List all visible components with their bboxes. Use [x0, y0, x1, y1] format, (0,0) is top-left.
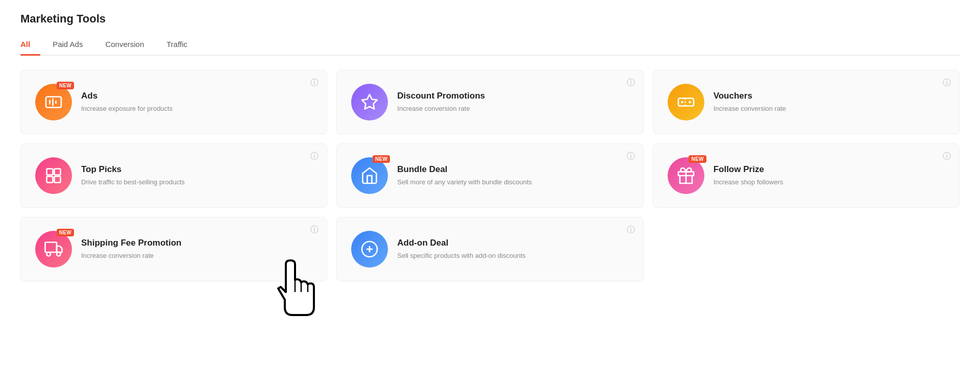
- follow-prize-new-badge: NEW: [689, 155, 706, 163]
- shipping-info-icon[interactable]: ⓘ: [310, 225, 318, 235]
- voucher-icon-wrap: [668, 84, 704, 120]
- discount-icon: [351, 84, 388, 120]
- voucher-desc: Increase conversion rate: [714, 104, 945, 114]
- svg-rect-0: [46, 97, 61, 108]
- discount-desc: Increase conversion rate: [397, 104, 628, 114]
- shipping-desc: Increase conversion rate: [81, 251, 312, 261]
- tab-all[interactable]: All: [20, 35, 40, 55]
- follow-prize-desc: Increase shop followers: [714, 177, 945, 187]
- ads-title: Ads: [81, 91, 312, 101]
- shipping-new-badge: NEW: [57, 229, 74, 236]
- shipping-text: Shipping Fee Promotion Increase conversi…: [81, 238, 312, 261]
- bundle-desc: Sell more of any variety with bundle dis…: [397, 177, 628, 187]
- shipping-title: Shipping Fee Promotion: [81, 238, 312, 248]
- card-discount-promotions[interactable]: Discount Promotions Increase conversion …: [336, 70, 643, 134]
- svg-rect-11: [55, 177, 61, 183]
- discount-title: Discount Promotions: [397, 91, 628, 101]
- tab-paid-ads[interactable]: Paid Ads: [53, 35, 93, 55]
- addon-icon: [351, 231, 388, 268]
- top-picks-desc: Drive traffic to best-selling products: [81, 177, 312, 187]
- bundle-title: Bundle Deal: [397, 164, 628, 175]
- top-picks-info-icon[interactable]: ⓘ: [310, 151, 318, 162]
- svg-rect-13: [45, 243, 57, 253]
- card-follow-prize[interactable]: NEW Follow Prize Increase shop followers…: [653, 143, 960, 208]
- discount-info-icon[interactable]: ⓘ: [627, 78, 635, 88]
- svg-rect-4: [678, 99, 694, 106]
- svg-marker-14: [57, 246, 62, 252]
- voucher-icon: [668, 84, 704, 120]
- addon-icon-wrap: [351, 231, 388, 268]
- card-shipping-fee-promotion[interactable]: NEW Shipping Fee Promotion Increase conv…: [20, 217, 327, 281]
- top-picks-title: Top Picks: [81, 164, 312, 175]
- bundle-info-icon[interactable]: ⓘ: [627, 151, 635, 162]
- svg-point-15: [47, 252, 51, 256]
- ads-desc: Increase exposure for products: [81, 104, 312, 114]
- ads-text: Ads Increase exposure for products: [81, 91, 312, 114]
- top-picks-text: Top Picks Drive traffic to best-selling …: [81, 164, 312, 187]
- card-top-picks[interactable]: Top Picks Drive traffic to best-selling …: [20, 143, 327, 208]
- ads-new-badge: NEW: [57, 82, 74, 89]
- top-picks-icon: [35, 157, 72, 194]
- follow-prize-info-icon[interactable]: ⓘ: [943, 151, 951, 162]
- bundle-icon-wrap: NEW: [351, 157, 388, 194]
- svg-point-16: [57, 252, 61, 256]
- card-bundle-deal[interactable]: NEW Bundle Deal Sell more of any variety…: [336, 143, 643, 208]
- addon-text: Add-on Deal Sell specific products with …: [397, 238, 628, 261]
- shipping-icon-wrap: NEW: [35, 231, 72, 268]
- discount-icon-wrap: [351, 84, 388, 120]
- tab-conversion[interactable]: Conversion: [105, 35, 154, 55]
- tab-traffic[interactable]: Traffic: [166, 35, 198, 55]
- ads-info-icon[interactable]: ⓘ: [310, 78, 318, 88]
- bundle-text: Bundle Deal Sell more of any variety wit…: [397, 164, 628, 187]
- follow-prize-title: Follow Prize: [714, 164, 945, 175]
- card-add-on-deal[interactable]: Add-on Deal Sell specific products with …: [336, 217, 643, 281]
- addon-info-icon[interactable]: ⓘ: [627, 225, 635, 235]
- ads-icon-wrap: NEW: [35, 84, 72, 120]
- card-ads[interactable]: NEW Ads Increase exposure for products ⓘ: [20, 70, 327, 134]
- svg-point-6: [689, 101, 691, 104]
- follow-prize-text: Follow Prize Increase shop followers: [714, 164, 945, 187]
- addon-title: Add-on Deal: [397, 238, 628, 248]
- tabs-bar: All Paid Ads Conversion Traffic: [20, 35, 960, 56]
- card-vouchers[interactable]: Vouchers Increase conversion rate ⓘ: [653, 70, 960, 134]
- follow-prize-icon-wrap: NEW: [668, 157, 704, 194]
- voucher-info-icon[interactable]: ⓘ: [943, 78, 951, 88]
- svg-rect-10: [47, 177, 53, 183]
- marketing-tools-grid: NEW Ads Increase exposure for products ⓘ…: [20, 70, 960, 281]
- svg-point-5: [681, 101, 683, 104]
- voucher-title: Vouchers: [714, 91, 945, 101]
- svg-rect-9: [55, 169, 61, 175]
- top-picks-icon-wrap: [35, 157, 72, 194]
- voucher-text: Vouchers Increase conversion rate: [714, 91, 945, 114]
- bundle-new-badge: NEW: [373, 155, 390, 163]
- svg-rect-8: [47, 169, 53, 175]
- page-title: Marketing Tools: [20, 12, 960, 26]
- addon-desc: Sell specific products with add-on disco…: [397, 251, 628, 261]
- discount-text: Discount Promotions Increase conversion …: [397, 91, 628, 114]
